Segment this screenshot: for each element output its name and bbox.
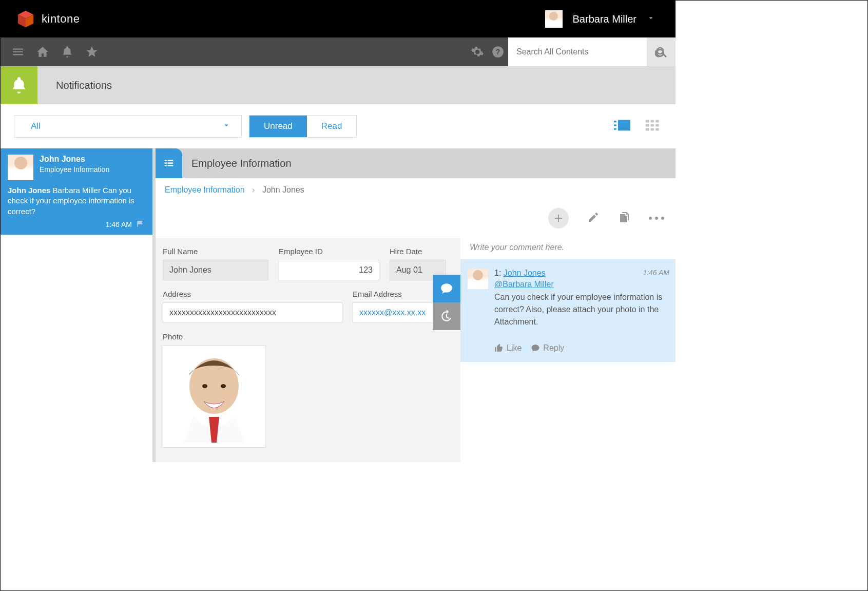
comment-mention[interactable]: @Barbara Miller: [494, 280, 669, 289]
page-header: Notifications: [1, 66, 676, 104]
menu-icon[interactable]: [8, 42, 28, 62]
app-icon: [156, 148, 182, 178]
avatar: [545, 10, 563, 28]
field-value-employee-id: 123: [279, 260, 379, 280]
comment-author[interactable]: John Jones: [504, 269, 546, 277]
field-value-address: xxxxxxxxxxxxxxxxxxxxxxxxxx: [163, 302, 342, 323]
breadcrumb-record: John Jones: [262, 185, 304, 194]
svg-point-27: [202, 384, 207, 388]
history-tab[interactable]: [433, 302, 460, 330]
content-area: John Jones Employee Information John Jon…: [1, 148, 676, 462]
detail-title: Employee Information: [191, 158, 292, 169]
svg-rect-14: [646, 124, 649, 127]
search-icon: [655, 46, 667, 58]
comment-input[interactable]: Write your comment here.: [460, 238, 676, 259]
notification-body: John Jones Barbara Miller Can you check …: [8, 185, 145, 217]
svg-rect-15: [651, 124, 654, 127]
detail-header: Employee Information: [156, 148, 676, 178]
help-icon[interactable]: ?: [488, 42, 508, 62]
like-button[interactable]: Like: [494, 344, 522, 353]
add-button[interactable]: [548, 208, 569, 228]
edit-button[interactable]: [587, 211, 600, 225]
user-menu[interactable]: Barbara Miller: [545, 10, 655, 28]
svg-rect-20: [165, 160, 167, 161]
field-label-employee-id: Employee ID: [279, 247, 379, 256]
field-label-address: Address: [163, 290, 342, 298]
field-label-hire-date: Hire Date: [390, 247, 446, 256]
svg-rect-17: [646, 128, 649, 131]
top-header: kintone Barbara Miller: [1, 1, 676, 37]
record-form: Full Name John Jones Employee ID 123 Hir…: [156, 238, 460, 462]
history-icon: [440, 310, 453, 323]
svg-rect-21: [168, 160, 173, 161]
svg-rect-24: [165, 165, 167, 166]
brand-name: kintone: [42, 12, 80, 26]
svg-rect-23: [168, 162, 173, 164]
notification-from: John Jones: [40, 155, 109, 164]
svg-rect-8: [614, 124, 616, 126]
field-label-full-name: Full Name: [163, 247, 268, 256]
view-list-icon[interactable]: [614, 119, 630, 134]
side-tabs: [433, 275, 460, 330]
svg-rect-7: [614, 121, 616, 122]
chevron-down-icon: [222, 121, 231, 132]
record-actions: [156, 202, 676, 238]
filter-dropdown[interactable]: All: [14, 115, 242, 138]
svg-text:?: ?: [495, 47, 500, 56]
svg-rect-9: [614, 128, 616, 130]
svg-rect-18: [651, 128, 654, 131]
duplicate-button[interactable]: [618, 211, 630, 225]
svg-rect-11: [646, 120, 649, 123]
comment-time: 1:46 AM: [643, 269, 669, 278]
svg-rect-13: [655, 120, 659, 123]
flag-icon[interactable]: [136, 220, 145, 230]
detail-panel: Employee Information Employee Informatio…: [156, 148, 676, 462]
field-label-photo: Photo: [163, 332, 265, 341]
toolbar: ?: [1, 37, 676, 66]
gear-icon[interactable]: [467, 42, 488, 62]
search-box: [508, 37, 676, 66]
notifications-list: John Jones Employee Information John Jon…: [1, 148, 152, 462]
notifications-icon: [1, 66, 37, 104]
svg-rect-22: [165, 162, 167, 164]
avatar: [8, 155, 33, 180]
search-button[interactable]: [647, 37, 676, 66]
svg-rect-10: [618, 120, 630, 131]
svg-point-28: [221, 384, 226, 388]
comments-tab[interactable]: [433, 275, 460, 302]
filter-row: All Unread Read: [1, 104, 676, 148]
breadcrumb-separator: ›: [252, 185, 255, 194]
comment-icon: [440, 282, 453, 295]
notification-item[interactable]: John Jones Employee Information John Jon…: [1, 148, 152, 235]
tab-unread[interactable]: Unread: [249, 116, 307, 137]
star-icon[interactable]: [82, 42, 102, 62]
avatar: [468, 269, 488, 289]
comment-item: 1: John Jones 1:46 AM @Barbara Miller Ca…: [460, 259, 676, 362]
reply-button[interactable]: Reply: [531, 344, 564, 353]
field-value-photo: [163, 345, 265, 448]
svg-rect-16: [655, 124, 659, 127]
page-title: Notifications: [56, 80, 112, 91]
comments-panel: Write your comment here. 1: John Jones: [460, 238, 676, 462]
svg-line-6: [663, 53, 666, 56]
view-grid-icon[interactable]: [646, 119, 662, 134]
brand[interactable]: kintone: [16, 9, 80, 29]
logo-icon: [16, 9, 35, 29]
bell-icon[interactable]: [57, 42, 78, 62]
home-icon[interactable]: [32, 42, 53, 62]
svg-rect-19: [655, 128, 659, 131]
breadcrumb-app[interactable]: Employee Information: [165, 185, 245, 194]
notification-time: 1:46 AM: [106, 220, 132, 228]
search-input[interactable]: [508, 37, 647, 66]
user-name: Barbara Miller: [573, 13, 636, 25]
field-value-full-name: John Jones: [163, 260, 268, 280]
filter-dropdown-label: All: [31, 121, 41, 131]
more-button[interactable]: [649, 217, 664, 220]
comment-text: Can you check if your employee informati…: [494, 291, 669, 328]
comment-index: 1: John Jones: [494, 269, 546, 278]
svg-rect-12: [651, 120, 654, 123]
breadcrumb: Employee Information › John Jones: [156, 178, 676, 202]
read-toggle: Unread Read: [249, 115, 357, 138]
chevron-down-icon: [647, 14, 655, 24]
tab-read[interactable]: Read: [307, 116, 357, 137]
